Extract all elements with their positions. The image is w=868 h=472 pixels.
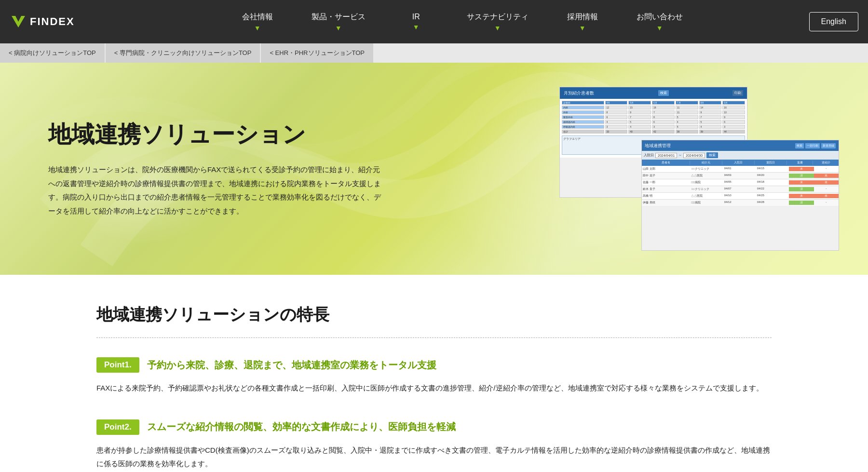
nav-item-sustainability[interactable]: サステナビリティ ▼ bbox=[448, 7, 548, 37]
nav-item-company[interactable]: 会社情報 ▼ bbox=[223, 7, 292, 37]
main-header: FINDEX 会社情報 ▼ 製品・サービス ▼ IR ▼ サステナビリティ ▼ … bbox=[0, 0, 868, 43]
sub-nav-ehr[interactable]: < EHR・PHRソリューションTOP bbox=[261, 43, 373, 63]
nav-item-products[interactable]: 製品・サービス ▼ bbox=[292, 7, 385, 37]
sub-nav-hospital[interactable]: < 病院向けソリューションTOP bbox=[0, 43, 105, 63]
hero-title: 地域連携ソリューション bbox=[48, 120, 386, 149]
point-1-description: FAXによる来院予約、予約確認票やお礼状などの各種文書作成と一括印刷、入院中に医… bbox=[96, 381, 772, 395]
chevron-down-icon: ▼ bbox=[494, 24, 501, 32]
point-2-title: スムーズな紹介情報の閲覧、効率的な文書作成により、医師負担を軽減 bbox=[147, 420, 456, 433]
features-title: 地域連携ソリューションの特長 bbox=[96, 304, 772, 326]
svg-marker-0 bbox=[12, 16, 25, 27]
chevron-down-icon: ▼ bbox=[254, 24, 261, 32]
point-2-description: 患者が持参した診療情報提供書やCD(検査画像)のスムーズな取り込みと閲覧、入院中… bbox=[96, 444, 772, 471]
hero-screenshots: 月別紹介患者数 検索 印刷 診療科 4月 5月 6月 7月 8月 9月 内科 1… bbox=[559, 87, 839, 251]
point-2-badge: Point2. bbox=[96, 419, 139, 435]
point-1-badge: Point1. bbox=[96, 357, 139, 373]
logo-icon bbox=[10, 13, 27, 30]
screenshot-secondary: 地域連携管理 検索 一括印刷 新規登録 入院日 2024/04/01 ～ 202… bbox=[641, 140, 839, 251]
language-button[interactable]: English bbox=[809, 12, 858, 31]
divider bbox=[96, 337, 772, 338]
point-2-header: Point2. スムーズな紹介情報の閲覧、効率的な文書作成により、医師負担を軽減 bbox=[96, 419, 772, 435]
hero-section: 地域連携ソリューション 地域連携ソリューションは、院外の医療機関からFAXで送ら… bbox=[0, 63, 868, 275]
chevron-down-icon: ▼ bbox=[656, 24, 663, 32]
logo-text: FINDEX bbox=[30, 15, 75, 28]
sub-nav: < 病院向けソリューションTOP < 専門病院・クリニック向けソリューションTO… bbox=[0, 43, 868, 63]
nav-item-careers[interactable]: 採用情報 ▼ bbox=[548, 7, 617, 37]
point-1-header: Point1. 予約から来院、診療、退院まで、地域連携室の業務をトータル支援 bbox=[96, 357, 772, 373]
main-content: 地域連携ソリューションの特長 Point1. 予約から来院、診療、退院まで、地域… bbox=[0, 275, 868, 472]
point-1-title: 予約から来院、診療、退院まで、地域連携室の業務をトータル支援 bbox=[147, 359, 436, 372]
main-nav: 会社情報 ▼ 製品・サービス ▼ IR ▼ サステナビリティ ▼ 採用情報 ▼ … bbox=[116, 7, 809, 37]
logo-area[interactable]: FINDEX bbox=[10, 13, 116, 30]
point-1-block: Point1. 予約から来院、診療、退院まで、地域連携室の業務をトータル支援 F… bbox=[96, 357, 772, 395]
chevron-down-icon: ▼ bbox=[413, 23, 420, 31]
hero-content: 地域連携ソリューション 地域連携ソリューションは、院外の医療機関からFAXで送ら… bbox=[48, 120, 386, 218]
nav-item-ir[interactable]: IR ▼ bbox=[385, 7, 448, 37]
point-2-block: Point2. スムーズな紹介情報の閲覧、効率的な文書作成により、医師負担を軽減… bbox=[96, 419, 772, 471]
sub-nav-clinic[interactable]: < 専門病院・クリニック向けソリューションTOP bbox=[106, 43, 260, 63]
chevron-down-icon: ▼ bbox=[335, 24, 342, 32]
nav-item-contact[interactable]: お問い合わせ ▼ bbox=[617, 7, 702, 37]
hero-description: 地域連携ソリューションは、院外の医療機関からFAXで送られてくる受診予約の管理に… bbox=[48, 163, 386, 218]
chevron-down-icon: ▼ bbox=[579, 24, 586, 32]
